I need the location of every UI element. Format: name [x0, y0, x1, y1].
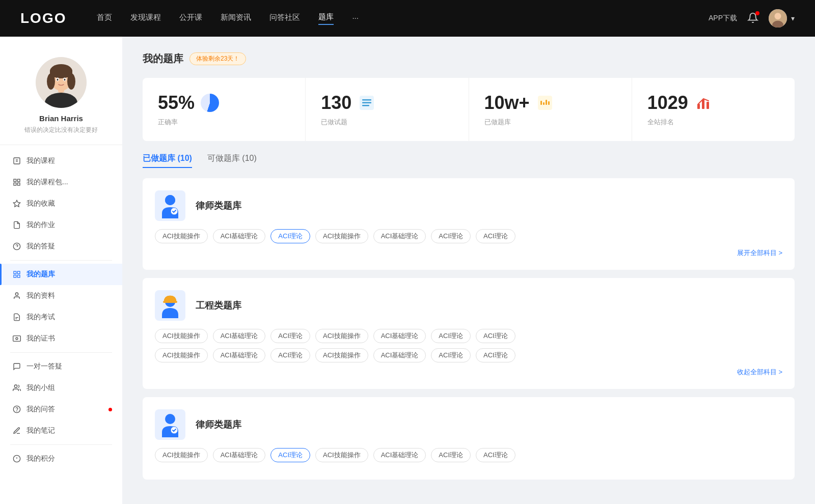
menu-label: 我的课程 [26, 156, 55, 165]
tag[interactable]: ACI理论 [270, 348, 310, 362]
stat-top: 10w+ [484, 92, 616, 114]
user-menu[interactable]: ▾ [769, 9, 795, 27]
tag[interactable]: ACI基础理论 [373, 348, 426, 362]
nav-qa[interactable]: 问答社区 [269, 13, 300, 24]
expand-button[interactable]: 展开全部科目 > [737, 249, 782, 257]
tag[interactable]: ACI技能操作 [315, 348, 368, 362]
profile-avatar [36, 57, 87, 108]
menu-label: 我的考试 [26, 313, 55, 322]
nav-news[interactable]: 新闻资讯 [221, 13, 251, 24]
sidebar-item-my-notes[interactable]: 我的笔记 [0, 420, 122, 441]
person-icon [12, 291, 21, 300]
svg-rect-22 [17, 183, 20, 185]
tag[interactable]: ACI技能操作 [155, 329, 208, 343]
tag[interactable]: ACI基础理论 [373, 229, 426, 243]
menu-label: 我的作业 [26, 220, 55, 230]
tab-done-banks[interactable]: 已做题库 (10) [143, 153, 192, 168]
notification-bell[interactable] [747, 12, 758, 25]
sidebar-item-my-certificate[interactable]: 我的证书 [0, 328, 122, 349]
nav-home[interactable]: 首页 [97, 13, 112, 24]
sidebar-item-my-favorites[interactable]: 我的收藏 [0, 193, 122, 214]
trial-badge: 体验剩余23天！ [189, 52, 246, 65]
nav-discover[interactable]: 发现课程 [130, 13, 161, 24]
tag[interactable]: ACI基础理论 [213, 448, 266, 462]
page-title: 我的题库 [143, 52, 183, 66]
stat-value: 55% [158, 92, 195, 114]
tag[interactable]: ACI基础理论 [213, 348, 266, 362]
svg-rect-29 [17, 275, 20, 277]
sidebar-item-my-questions[interactable]: 我的答疑 [0, 236, 122, 257]
app-download-button[interactable]: APP下载 [709, 14, 737, 23]
points-icon [12, 454, 21, 463]
tag[interactable]: ACI技能操作 [315, 448, 368, 462]
nav-more[interactable]: ··· [352, 13, 359, 24]
doc-icon [12, 220, 21, 230]
nav-qbank[interactable]: 题库 [318, 12, 334, 25]
qbank-title: 工程类题库 [196, 299, 241, 312]
notification-dot [755, 11, 759, 15]
tag[interactable]: ACI基础理论 [213, 329, 266, 343]
collapse-button[interactable]: 收起全部科目 > [737, 368, 782, 376]
question-icon [12, 242, 21, 251]
tag-selected[interactable]: ACI理论 [270, 448, 310, 462]
svg-point-54 [165, 195, 175, 205]
tag[interactable]: ACI理论 [476, 448, 515, 462]
menu-label: 我的问答 [26, 405, 55, 414]
sidebar-item-my-exam[interactable]: 我的考试 [0, 306, 122, 328]
tag[interactable]: ACI理论 [476, 348, 515, 362]
tag[interactable]: ACI技能操作 [155, 448, 208, 462]
file2-icon [12, 313, 21, 322]
sidebar-item-my-course-package[interactable]: 我的课程包... [0, 172, 122, 193]
grid-icon [12, 270, 21, 279]
sidebar-item-my-course[interactable]: 我的课程 [0, 150, 122, 172]
sidebar-item-my-answers[interactable]: 我的问答 [0, 399, 122, 420]
logo[interactable]: LOGO [20, 10, 66, 26]
tag[interactable]: ACI理论 [431, 448, 471, 462]
tag[interactable]: ACI理论 [431, 348, 471, 362]
header: LOGO 首页 发现课程 公开课 新闻资讯 问答社区 题库 ··· APP下载 [0, 0, 815, 37]
svg-point-14 [64, 79, 66, 81]
menu-label: 我的小组 [26, 383, 55, 393]
svg-rect-33 [13, 336, 21, 342]
menu-label: 我的收藏 [26, 199, 55, 208]
sidebar-divider-3 [10, 444, 112, 445]
stat-value: 10w+ [484, 92, 530, 114]
sidebar-item-my-group[interactable]: 我的小组 [0, 377, 122, 399]
tag-selected[interactable]: ACI理论 [270, 229, 310, 243]
stat-label: 正确率 [158, 118, 290, 127]
tag[interactable]: ACI理论 [476, 229, 515, 243]
svg-rect-45 [538, 96, 552, 110]
tab-available-banks[interactable]: 可做题库 (10) [207, 153, 257, 168]
svg-rect-19 [14, 179, 16, 182]
tag[interactable]: ACI技能操作 [315, 329, 368, 343]
sidebar-item-my-profile[interactable]: 我的资料 [0, 285, 122, 306]
nav-open-course[interactable]: 公开课 [179, 13, 202, 24]
svg-rect-26 [14, 271, 16, 274]
tag[interactable]: ACI基础理论 [373, 448, 426, 462]
svg-point-30 [15, 293, 18, 295]
qbank-section-header: 律师类题库 [155, 190, 782, 221]
tag[interactable]: ACI技能操作 [155, 348, 208, 362]
tag[interactable]: ACI技能操作 [315, 229, 368, 243]
tag[interactable]: ACI技能操作 [155, 229, 208, 243]
svg-point-37 [17, 411, 17, 411]
stat-top: 55% [158, 92, 290, 114]
tag[interactable]: ACI理论 [270, 329, 310, 343]
sidebar-item-my-qbank[interactable]: 我的题库 [0, 264, 122, 285]
qbank-section-lawyer2: 律师类题库 ACI技能操作 ACI基础理论 ACI理论 ACI技能操作 ACI基… [143, 397, 795, 480]
sidebar-item-my-points[interactable]: 我的积分 [0, 448, 122, 469]
lawyer-icon-2 [155, 409, 185, 440]
tag[interactable]: ACI理论 [431, 329, 471, 343]
sidebar-item-one-on-one[interactable]: 一对一答疑 [0, 356, 122, 377]
sidebar: Brian Harris 错误的决定比没有决定要好 我的课程 我的课程包... [0, 37, 122, 504]
svg-rect-10 [50, 67, 72, 77]
tag[interactable]: ACI基础理论 [373, 329, 426, 343]
tag[interactable]: ACI基础理论 [213, 229, 266, 243]
stat-value: 1029 [647, 92, 688, 114]
sidebar-divider [10, 260, 112, 261]
tag[interactable]: ACI理论 [431, 229, 471, 243]
tag[interactable]: ACI理论 [476, 329, 515, 343]
stat-banks-done: 10w+ 已做题库 [469, 78, 632, 141]
stat-value: 130 [321, 92, 351, 114]
sidebar-item-my-homework[interactable]: 我的作业 [0, 214, 122, 236]
